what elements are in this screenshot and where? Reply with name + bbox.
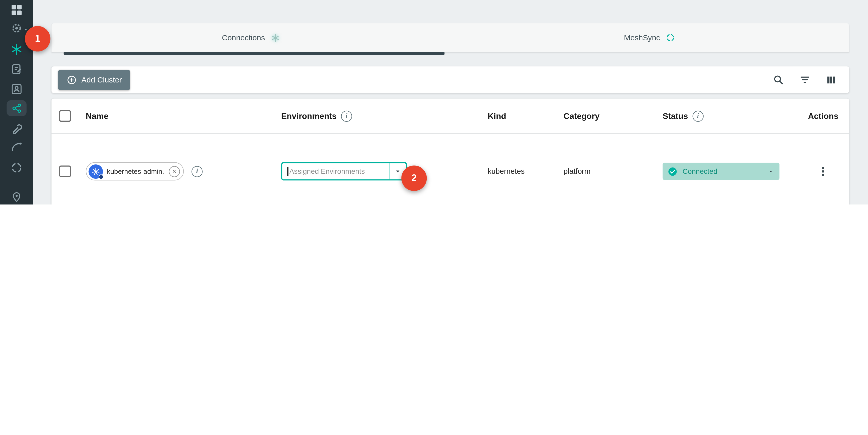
kind-value: kubernetes	[488, 167, 525, 176]
column-header-status: Status	[663, 111, 688, 121]
column-header-name: Name	[86, 111, 108, 121]
annotation-step-badge-2: 2	[401, 165, 427, 191]
main-area: Connections MeshSync Add Cluster	[33, 0, 868, 205]
environments-select[interactable]: Assigned Environments	[281, 162, 407, 180]
table-toolbar: Add Cluster	[52, 66, 849, 93]
tab-connections[interactable]: Connections	[52, 23, 451, 52]
info-icon[interactable]: i	[692, 110, 704, 122]
kubernetes-snowflake-icon	[271, 33, 280, 42]
status-dot	[99, 174, 103, 179]
column-header-category: Category	[564, 111, 599, 121]
info-icon[interactable]: i	[191, 166, 203, 177]
filter-icon[interactable]	[799, 74, 811, 86]
view-columns-icon[interactable]	[825, 74, 837, 86]
environments-placeholder: Assigned Environments	[289, 167, 389, 176]
tab-connections-label: Connections	[222, 33, 265, 42]
sidebar-item-service-mesh[interactable]	[7, 100, 27, 116]
sidebar-item-lifecycle[interactable]	[9, 21, 25, 36]
kubernetes-icon	[89, 164, 103, 179]
status-select[interactable]: Connected	[663, 163, 779, 180]
sidebar-item-connections[interactable]	[9, 42, 25, 57]
sidebar-item-workspaces[interactable]	[9, 82, 25, 97]
select-all-checkbox[interactable]	[59, 110, 71, 122]
sidebar-item-meshsync[interactable]	[9, 61, 25, 77]
info-icon[interactable]: i	[341, 110, 352, 122]
table-row: kubernetes-admin... ✕ i Assigned Environ…	[52, 134, 849, 205]
status-label: Connected	[682, 167, 762, 176]
column-header-actions: Actions	[808, 111, 838, 121]
app-window: › ? v0.7.77 Connections MeshSync Add	[0, 0, 868, 205]
close-icon[interactable]: ✕	[169, 166, 180, 177]
connection-name: kubernetes-admin...	[107, 167, 165, 175]
meshsync-spinner-icon	[665, 33, 676, 43]
column-header-kind: Kind	[488, 111, 506, 121]
category-value: platform	[564, 167, 591, 176]
sidebar-item-dashboard[interactable]	[9, 2, 25, 18]
plus-circle-icon	[66, 74, 77, 85]
sidebar-item-extensions[interactable]	[9, 160, 25, 176]
column-header-environments: Environments	[281, 111, 337, 121]
connections-table: Name Environments i Kind Category Status…	[52, 99, 849, 205]
tab-meshsync-label: MeshSync	[624, 33, 660, 42]
row-checkbox[interactable]	[59, 165, 71, 177]
table-header-row: Name Environments i Kind Category Status…	[52, 99, 849, 134]
sidebar-item-environments[interactable]	[9, 189, 25, 204]
add-cluster-label: Add Cluster	[82, 75, 122, 84]
connection-name-chip[interactable]: kubernetes-admin... ✕	[86, 162, 184, 180]
annotation-step-badge-1: 1	[25, 26, 51, 52]
check-circle-icon	[668, 166, 678, 176]
sidebar-item-performance[interactable]	[9, 139, 25, 155]
active-tab-indicator	[64, 52, 445, 55]
chevron-down-icon	[767, 168, 775, 175]
text-cursor	[287, 167, 288, 176]
tab-meshsync[interactable]: MeshSync	[451, 23, 849, 52]
sidebar-item-configuration[interactable]	[9, 121, 25, 136]
actions-menu-button[interactable]: ⋮	[817, 166, 829, 177]
tabs-bar: Connections MeshSync	[52, 23, 849, 52]
search-icon[interactable]	[772, 74, 784, 86]
add-cluster-button[interactable]: Add Cluster	[58, 69, 130, 90]
